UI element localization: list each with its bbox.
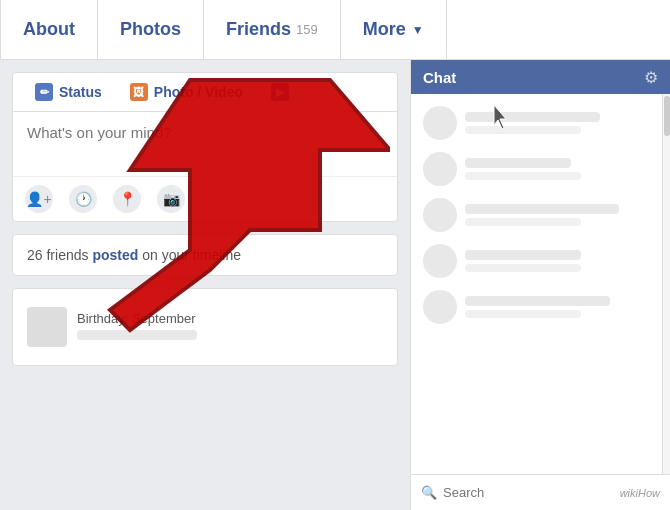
chat-list-item [411, 238, 670, 284]
nav-more-label: More [363, 19, 406, 40]
post-box: ✏ Status 🖼 Photo / Video ▶ 👤+ 🕐 📍 📷 [12, 72, 398, 222]
tag-friend-icon[interactable]: 👤+ [25, 185, 53, 213]
chat-name-skeleton [465, 158, 571, 168]
friends-posted: posted [92, 247, 138, 263]
nav-friends-label: Friends [226, 19, 291, 40]
friends-text2: on your timeline [142, 247, 241, 263]
friends-notification: 26 friends posted on your timeline [12, 234, 398, 276]
chat-name-skeleton [465, 204, 619, 214]
photo-tab-label: Photo / Video [154, 84, 243, 100]
scrollbar[interactable] [662, 94, 670, 474]
photo-tab-icon: 🖼 [130, 83, 148, 101]
status-tab-label: Status [59, 84, 102, 100]
birthday-text: Birthday: September [77, 311, 197, 344]
skeleton-line-1 [77, 330, 197, 340]
friends-count: 26 [27, 247, 43, 263]
nav-about[interactable]: About [0, 0, 98, 59]
friends-text1: friends [46, 247, 92, 263]
chat-sub-skeleton [465, 218, 581, 226]
nav-more[interactable]: More ▼ [341, 0, 447, 59]
chat-header: Chat ⚙ [411, 60, 670, 94]
chat-search-bar: 🔍 wikiHow [411, 474, 670, 510]
chat-search-input[interactable] [443, 485, 614, 500]
birthday-avatar [27, 307, 67, 347]
more-dropdown-arrow-icon: ▼ [412, 23, 424, 37]
nav-photos-label: Photos [120, 19, 181, 40]
birthday-label: Birthday: September [77, 311, 196, 326]
status-tab-icon: ✏ [35, 83, 53, 101]
birthday-row: Birthday: September [27, 299, 383, 355]
more-post-tab[interactable]: ▶ [257, 73, 303, 111]
chat-list-item [411, 100, 670, 146]
post-textarea[interactable] [13, 112, 397, 172]
chat-name-skeleton [465, 250, 581, 260]
activity-icon[interactable]: 🕐 [69, 185, 97, 213]
chat-name-skeleton [465, 296, 610, 306]
chat-sub-skeleton [465, 126, 581, 134]
chat-list-item [411, 192, 670, 238]
top-nav: About Photos Friends 159 More ▼ [0, 0, 670, 60]
nav-photos[interactable]: Photos [98, 0, 204, 59]
chat-text [465, 296, 658, 318]
chat-list-item [411, 146, 670, 192]
chat-avatar [423, 198, 457, 232]
status-tab[interactable]: ✏ Status [21, 73, 116, 111]
location-icon[interactable]: 📍 [113, 185, 141, 213]
timeline-area: ✏ Status 🖼 Photo / Video ▶ 👤+ 🕐 📍 📷 [0, 60, 410, 510]
camera-icon[interactable]: 📷 [157, 185, 185, 213]
chat-gear-icon[interactable]: ⚙ [644, 68, 658, 87]
chat-sub-skeleton [465, 310, 581, 318]
chat-list [411, 94, 670, 474]
chat-title: Chat [423, 69, 456, 86]
more-post-tab-icon: ▶ [271, 83, 289, 101]
chat-text [465, 204, 658, 226]
chat-panel: Chat ⚙ [410, 60, 670, 510]
nav-friends[interactable]: Friends 159 [204, 0, 341, 59]
chat-sub-skeleton [465, 264, 581, 272]
friends-count-badge: 159 [296, 22, 318, 37]
post-tabs: ✏ Status 🖼 Photo / Video ▶ [13, 73, 397, 112]
chat-text [465, 158, 658, 180]
birthday-card: Birthday: September [12, 288, 398, 366]
search-icon: 🔍 [421, 485, 437, 500]
chat-avatar [423, 290, 457, 324]
main-area: ✏ Status 🖼 Photo / Video ▶ 👤+ 🕐 📍 📷 [0, 60, 670, 510]
post-actions: 👤+ 🕐 📍 📷 [13, 176, 397, 221]
chat-text [465, 250, 658, 272]
scrollbar-thumb[interactable] [664, 96, 670, 136]
chat-avatar [423, 244, 457, 278]
photo-tab[interactable]: 🖼 Photo / Video [116, 73, 257, 111]
chat-avatar [423, 152, 457, 186]
chat-sub-skeleton [465, 172, 581, 180]
chat-text [465, 112, 658, 134]
chat-list-item [411, 284, 670, 330]
wikihow-watermark: wikiHow [620, 487, 660, 499]
nav-about-label: About [23, 19, 75, 40]
chat-name-skeleton [465, 112, 600, 122]
chat-avatar [423, 106, 457, 140]
